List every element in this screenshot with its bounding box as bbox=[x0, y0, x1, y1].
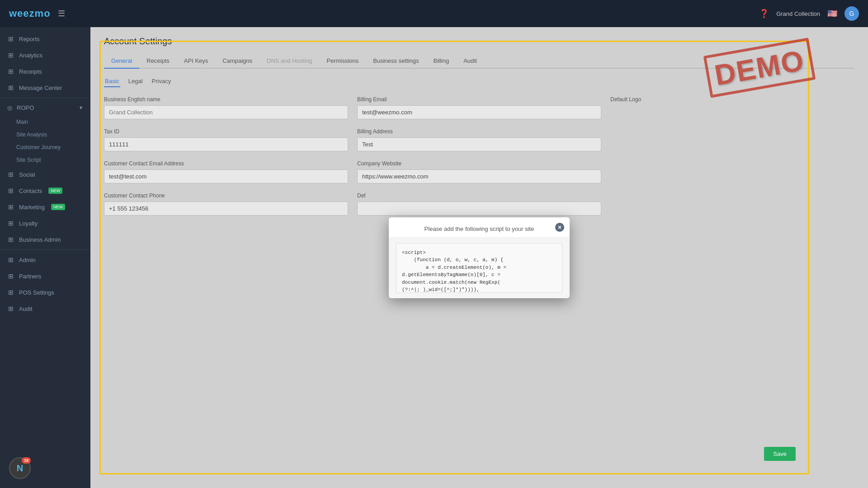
sidebar-item-partners[interactable]: ⊞ Partners bbox=[0, 268, 90, 284]
modal-title: Please add the following script to your … bbox=[425, 225, 534, 232]
navbar-right: ❓ Grand Collection 🇺🇸 G bbox=[759, 6, 859, 21]
sidebar-item-label: Marketing bbox=[19, 204, 45, 211]
message-center-icon: ⊞ bbox=[7, 84, 14, 91]
contacts-badge: NEW bbox=[48, 188, 62, 194]
sidebar-sub-label: Site Analysis bbox=[16, 131, 47, 138]
receipts-icon: ⊞ bbox=[7, 68, 14, 75]
sidebar: ⊞ Reports ⊞ Analytics ⊞ Receipts ⊞ Messa… bbox=[0, 27, 90, 488]
avatar[interactable]: G bbox=[844, 6, 859, 21]
admin-icon: ⊞ bbox=[7, 256, 14, 263]
sidebar-sub-label: Customer Journey bbox=[16, 144, 61, 150]
sidebar-item-label: Analytics bbox=[19, 52, 42, 59]
sidebar-sub-label: Main bbox=[16, 119, 28, 125]
sidebar-item-pos-settings[interactable]: ⊞ POS Settings bbox=[0, 284, 90, 300]
sidebar-item-marketing[interactable]: ⊞ Marketing NEW bbox=[0, 199, 90, 215]
sidebar-sub-label: Site Script bbox=[16, 157, 41, 163]
sidebar-item-label: Loyalty bbox=[19, 220, 38, 227]
flag-icon: 🇺🇸 bbox=[827, 9, 837, 19]
sidebar-item-loyalty[interactable]: ⊞ Loyalty bbox=[0, 215, 90, 231]
sidebar-item-label: POS Settings bbox=[19, 289, 54, 296]
sidebar-item-label: ROPO bbox=[17, 104, 34, 111]
sidebar-item-customer-journey[interactable]: Customer Journey bbox=[16, 141, 90, 154]
modal-overlay: Please add the following script to your … bbox=[90, 27, 868, 488]
pos-settings-icon: ⊞ bbox=[7, 289, 14, 296]
sidebar-item-label: Reports bbox=[19, 36, 40, 42]
sidebar-item-receipts[interactable]: ⊞ Receipts bbox=[0, 63, 90, 80]
content: Account Settings General Receipts API Ke… bbox=[90, 27, 868, 488]
contacts-icon: ⊞ bbox=[7, 187, 14, 194]
sidebar-sub-ropo: Main Site Analysis Customer Journey Site… bbox=[0, 116, 90, 166]
sidebar-item-main[interactable]: Main bbox=[16, 116, 90, 128]
main-layout: ⊞ Reports ⊞ Analytics ⊞ Receipts ⊞ Messa… bbox=[0, 27, 868, 488]
sidebar-item-social[interactable]: ⊞ Social bbox=[0, 166, 90, 183]
sidebar-item-contacts[interactable]: ⊞ Contacts NEW bbox=[0, 183, 90, 199]
sidebar-item-site-analysis[interactable]: Site Analysis bbox=[16, 128, 90, 141]
sidebar-item-site-script[interactable]: Site Script bbox=[16, 154, 90, 166]
sidebar-item-admin[interactable]: ⊞ Admin bbox=[0, 252, 90, 268]
notification-badge[interactable]: N 18 bbox=[9, 457, 31, 479]
sidebar-item-label: Business Admin bbox=[19, 236, 61, 243]
navbar-left: weezmo ☰ bbox=[9, 8, 65, 19]
sidebar-item-label: Contacts bbox=[19, 188, 42, 194]
sidebar-item-label: Receipts bbox=[19, 68, 42, 75]
sidebar-item-label: Audit bbox=[19, 305, 33, 312]
help-icon[interactable]: ❓ bbox=[759, 9, 769, 19]
hamburger-icon[interactable]: ☰ bbox=[58, 9, 65, 19]
sidebar-item-ropo[interactable]: ◎ ROPO ▼ bbox=[0, 100, 90, 116]
sidebar-item-label: Admin bbox=[19, 257, 36, 263]
marketing-icon: ⊞ bbox=[7, 203, 14, 211]
sidebar-item-label: Partners bbox=[19, 273, 41, 280]
script-modal: Please add the following script to your … bbox=[389, 217, 570, 298]
reports-icon: ⊞ bbox=[7, 35, 14, 42]
sidebar-item-label: Social bbox=[19, 171, 35, 178]
loyalty-icon: ⊞ bbox=[7, 220, 14, 227]
sidebar-item-message-center[interactable]: ⊞ Message Center bbox=[0, 80, 90, 96]
analytics-icon: ⊞ bbox=[7, 52, 14, 59]
script-code-block[interactable]: <script> (function (d, o, w, c, a, m) { … bbox=[396, 243, 562, 293]
navbar: weezmo ☰ ❓ Grand Collection 🇺🇸 G bbox=[0, 0, 868, 27]
marketing-badge: NEW bbox=[51, 204, 65, 210]
sidebar-item-business-admin[interactable]: ⊞ Business Admin bbox=[0, 231, 90, 248]
chevron-down-icon: ▼ bbox=[79, 105, 83, 110]
modal-close-button[interactable]: × bbox=[554, 222, 565, 233]
sidebar-divider bbox=[0, 98, 90, 98]
sidebar-item-label: Message Center bbox=[19, 84, 62, 91]
sidebar-divider-2 bbox=[0, 249, 90, 250]
business-admin-icon: ⊞ bbox=[7, 236, 14, 243]
notification-count: 18 bbox=[22, 457, 31, 464]
social-icon: ⊞ bbox=[7, 171, 14, 178]
audit-icon: ⊞ bbox=[7, 305, 14, 312]
sidebar-item-reports[interactable]: ⊞ Reports bbox=[0, 31, 90, 47]
logo: weezmo bbox=[9, 8, 51, 19]
modal-header: Please add the following script to your … bbox=[389, 217, 570, 238]
notification-icon: N bbox=[17, 463, 23, 474]
brand-name: Grand Collection bbox=[776, 10, 820, 17]
sidebar-item-audit[interactable]: ⊞ Audit bbox=[0, 300, 90, 317]
ropo-icon: ◎ bbox=[7, 104, 12, 111]
partners-icon: ⊞ bbox=[7, 272, 14, 280]
modal-body: <script> (function (d, o, w, c, a, m) { … bbox=[389, 238, 570, 298]
sidebar-item-analytics[interactable]: ⊞ Analytics bbox=[0, 47, 90, 63]
